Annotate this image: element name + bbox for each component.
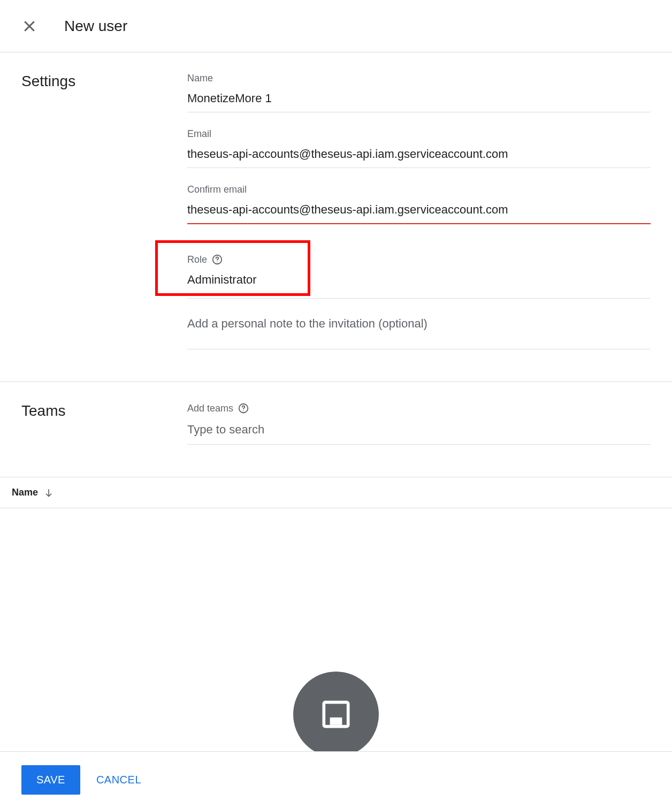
confirm-email-label: Confirm email (187, 184, 651, 195)
teams-section-label-area: Teams (21, 402, 187, 445)
teams-section: Teams Add teams (0, 382, 672, 477)
save-button[interactable]: SAVE (21, 765, 80, 795)
svg-point-5 (243, 410, 243, 411)
help-icon[interactable] (238, 402, 249, 414)
note-field-group (187, 315, 651, 349)
email-input[interactable] (187, 145, 651, 163)
teams-fields: Add teams (187, 402, 651, 445)
name-label: Name (187, 73, 651, 84)
name-field-group: Name (187, 73, 651, 112)
name-input[interactable] (187, 89, 651, 108)
table-column-name: Name (12, 487, 38, 498)
role-label: Role (187, 254, 207, 265)
teams-search-wrap (187, 421, 651, 445)
dialog-header: New user (0, 0, 672, 52)
arrow-down-icon (43, 487, 54, 498)
confirm-email-input[interactable] (187, 201, 651, 219)
cancel-button[interactable]: CANCEL (96, 774, 141, 786)
role-highlight-box: Role Administrator (155, 240, 310, 296)
add-teams-label-row: Add teams (187, 402, 651, 414)
settings-section: Settings Name Email Confirm email Role (0, 52, 672, 371)
teams-search-input[interactable] (187, 421, 651, 439)
settings-section-label-area: Settings (21, 73, 187, 371)
help-icon[interactable] (211, 254, 223, 265)
settings-section-title: Settings (21, 73, 187, 90)
email-field-group: Email (187, 128, 651, 168)
confirm-email-field-group: Confirm email (187, 184, 651, 224)
add-teams-label: Add teams (187, 403, 233, 414)
dialog-title: New user (64, 18, 127, 35)
settings-fields: Name Email Confirm email Role (187, 73, 651, 371)
role-select[interactable]: Administrator (187, 271, 308, 289)
email-label: Email (187, 128, 651, 140)
table-header-row[interactable]: Name (0, 477, 672, 508)
close-icon[interactable] (21, 18, 37, 34)
note-input[interactable] (187, 315, 651, 333)
svg-point-3 (217, 262, 217, 262)
role-field-group: Role Administrator (187, 240, 651, 299)
dialog-footer: SAVE CANCEL (0, 751, 672, 808)
teams-section-title: Teams (21, 402, 187, 420)
role-label-row: Role (187, 254, 308, 265)
empty-state-icon (293, 672, 379, 757)
